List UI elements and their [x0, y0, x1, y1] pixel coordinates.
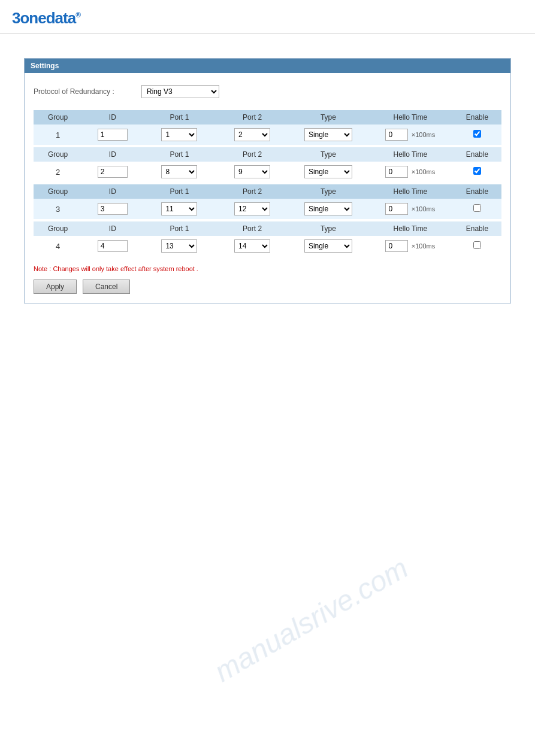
group-3-id-input[interactable]	[98, 203, 128, 215]
group-4-port1-select[interactable]: 1234567891011121314	[161, 239, 197, 253]
settings-title: Settings	[31, 62, 59, 70]
group-2-type-select[interactable]: SingleDual	[304, 165, 352, 178]
group-4-id-input[interactable]	[98, 240, 128, 252]
settings-header: Settings	[25, 59, 510, 73]
page-header: 3onedata®	[0, 0, 535, 34]
main-content: Settings Protocol of Redundancy : Ring V…	[0, 40, 535, 315]
group-3-port1-select[interactable]: 1234567891011121314	[161, 202, 197, 215]
group-1-enable-checkbox[interactable]	[473, 130, 481, 138]
group-3-port2-select[interactable]: 1234567891011121314	[234, 202, 270, 215]
protocol-row: Protocol of Redundancy : Ring V3 Ring V2…	[34, 82, 501, 101]
group-1-id-input[interactable]	[98, 129, 128, 141]
group-4-type-select[interactable]: SingleDual	[304, 239, 352, 253]
group-1-port2-select[interactable]: 1234567891011121314	[234, 128, 270, 141]
protocol-label: Protocol of Redundancy :	[34, 87, 129, 96]
note-text: Note : Changes will only take effect aft…	[34, 265, 501, 272]
logo-text: 3onedata	[12, 9, 75, 27]
group-3-enable-checkbox[interactable]	[473, 204, 481, 212]
button-row: Apply Cancel	[34, 280, 501, 294]
protocol-select[interactable]: Ring V3 Ring V2 RSTP STP	[141, 85, 219, 98]
group-2-port1-select[interactable]: 1234567891011121314	[161, 165, 197, 178]
group-4-hellotime-input[interactable]	[385, 240, 408, 252]
group-4-port2-select[interactable]: 1234567891011121314	[234, 239, 270, 253]
group-3-hellotime-input[interactable]	[385, 203, 408, 215]
group-2-enable-checkbox[interactable]	[473, 167, 481, 175]
group-2-hellotime-input[interactable]	[385, 166, 408, 178]
settings-box: Settings Protocol of Redundancy : Ring V…	[24, 58, 511, 303]
group-1-type-select[interactable]: SingleDual	[304, 128, 352, 141]
groups-container: Group ID Port 1 Port 2 Type Hello Time E…	[34, 110, 501, 256]
cancel-button[interactable]: Cancel	[83, 280, 130, 294]
group-2-id-input[interactable]	[98, 166, 128, 178]
group-2-port2-select[interactable]: 1234567891011121314	[234, 165, 270, 178]
group-1-port1-select[interactable]: 1234567891011121314	[161, 128, 197, 141]
logo-sup: ®	[75, 11, 80, 19]
group-1-hellotime-input[interactable]	[385, 129, 408, 141]
group-4-enable-checkbox[interactable]	[473, 241, 481, 249]
logo: 3onedata®	[12, 9, 80, 27]
group-3-type-select[interactable]: SingleDual	[304, 202, 352, 215]
settings-body: Protocol of Redundancy : Ring V3 Ring V2…	[25, 73, 510, 303]
apply-button[interactable]: Apply	[34, 280, 77, 294]
